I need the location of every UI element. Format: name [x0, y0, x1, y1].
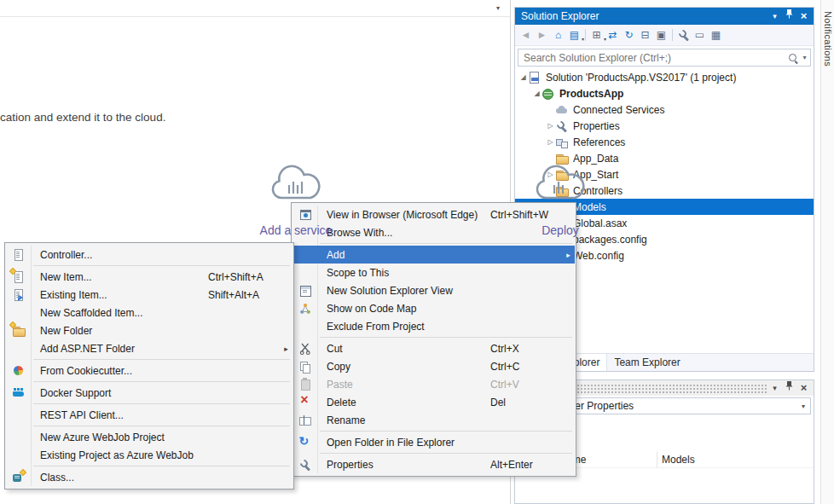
menu-item-new-azure-webjob-project[interactable]: New Azure WebJob Project: [6, 428, 292, 446]
close-icon[interactable]: ×: [796, 9, 811, 24]
search-options-caret-icon[interactable]: ▾: [799, 54, 810, 61]
tree-item-references[interactable]: ▷References: [515, 134, 814, 150]
property-value[interactable]: Models: [657, 454, 695, 466]
toolbar-separator: [672, 29, 673, 41]
menu-item-add-asp-net-folder[interactable]: Add ASP.NET Folder▸: [6, 339, 292, 357]
menu-item-new-item[interactable]: New Item...Ctrl+Shift+A: [6, 268, 292, 286]
menu-item-icon-gutter: [292, 414, 317, 427]
menu-item-shortcut: Del: [490, 397, 562, 408]
menu-item-add[interactable]: Add▸: [292, 246, 575, 264]
navigate-forward-icon[interactable]: ►: [534, 27, 550, 43]
refresh-icon[interactable]: ↻: [621, 27, 637, 43]
switch-views-icon[interactable]: ▤▾: [566, 27, 582, 43]
tree-item-label: ProductsApp: [559, 88, 623, 100]
menu-item-label: Existing Item...: [31, 289, 208, 301]
context-menu: View in Browser (Microsoft Edge)Ctrl+Shi…: [291, 202, 576, 477]
expander-collapsed-icon[interactable]: ▷: [546, 138, 555, 146]
menu-item-rest-api-client[interactable]: REST API Client...: [6, 406, 292, 424]
menu-item-copy[interactable]: CopyCtrl+C: [292, 357, 575, 375]
window-position-caret-icon[interactable]: ▾: [767, 9, 782, 24]
pin-icon[interactable]: [782, 9, 796, 24]
menu-item-label: New Item...: [31, 271, 208, 283]
menu-item-from-cookiecutter[interactable]: From Cookiecutter...: [6, 362, 292, 379]
search-icon[interactable]: [787, 52, 799, 64]
menu-item-existing-project-as-azure-webjob[interactable]: Existing Project as Azure WebJob: [6, 446, 292, 464]
menu-item-icon-gutter: [6, 364, 31, 378]
menu-item-icon-gutter: [292, 284, 317, 298]
tree-item-label: Web.config: [573, 250, 624, 262]
properties-icon[interactable]: [675, 27, 692, 43]
wrench-icon: [555, 119, 569, 133]
menu-item-icon-gutter: [292, 396, 317, 409]
menu-item-shortcut: Alt+Enter: [490, 459, 562, 471]
menu-item-label: From Cookiecutter...: [31, 365, 208, 377]
menu-item-scope-to-this[interactable]: Scope to This: [292, 264, 575, 281]
menu-separator: [33, 426, 290, 426]
tree-item-connected-services[interactable]: Connected Services: [515, 101, 814, 118]
tree-item-properties[interactable]: ▷Properties: [515, 118, 814, 134]
tree-item-label: Connected Services: [573, 104, 664, 116]
import-arrow-icon: [18, 294, 26, 301]
startpage-tile-add-a-service[interactable]: Add a service: [249, 160, 343, 237]
menu-item-label: Delete: [317, 397, 490, 408]
window-position-caret-icon[interactable]: ▾: [767, 380, 782, 396]
close-icon[interactable]: ×: [796, 380, 811, 396]
copy-icon: [298, 360, 312, 374]
menu-item-icon-gutter: [292, 436, 317, 449]
menu-item-shortcut: Ctrl+X: [490, 343, 562, 355]
menu-item-rename[interactable]: Rename: [292, 411, 575, 429]
collapse-all-icon[interactable]: ⊟: [637, 27, 653, 43]
pending-changes-filter-icon[interactable]: ⊞▾: [588, 27, 605, 43]
menu-item-docker-support[interactable]: Docker Support: [6, 384, 292, 402]
menu-item-label: New Folder: [31, 325, 208, 337]
tab-team-explorer[interactable]: Team Explorer: [607, 354, 686, 371]
menu-item-new-solution-explorer-view[interactable]: New Solution Explorer View: [292, 281, 575, 299]
class-icon: [12, 471, 26, 484]
search-input[interactable]: [518, 52, 787, 64]
menu-item-open-folder-in-file-explorer[interactable]: Open Folder in File Explorer: [292, 433, 575, 451]
show-all-files-icon[interactable]: ▣: [653, 27, 669, 43]
navigate-back-icon[interactable]: ◄: [518, 27, 534, 43]
menu-item-icon-gutter: [6, 270, 31, 284]
document-well-dropdown-caret-icon[interactable]: ▾: [496, 4, 500, 12]
sync-with-active-document-icon[interactable]: ⇄: [605, 27, 621, 43]
menu-separator: [33, 403, 290, 404]
menu-item-show-on-code-map[interactable]: Show on Code Map: [292, 299, 575, 317]
cloud-deploy-icon: [533, 160, 588, 205]
menu-item-properties[interactable]: PropertiesAlt+Enter: [292, 455, 575, 473]
expander-collapsed-icon[interactable]: ▷: [546, 122, 555, 130]
menu-item-delete[interactable]: DeleteDel: [292, 393, 575, 411]
expander-expanded-icon[interactable]: ◢: [518, 73, 528, 81]
tree-item-productsapp[interactable]: ◢ProductsApp: [515, 85, 814, 101]
menu-item-new-scaffolded-item[interactable]: New Scaffolded Item...: [6, 304, 292, 322]
menu-item-cut[interactable]: CutCtrl+X: [292, 339, 575, 357]
menu-item-icon-gutter: [292, 302, 317, 316]
menu-separator: [320, 337, 572, 338]
menu-item-icon-gutter: [6, 288, 31, 302]
sync-with-active-document-glyph: ⇄: [608, 30, 617, 40]
menu-item-new-folder[interactable]: New Folder: [6, 322, 292, 339]
menu-item-exclude-from-project[interactable]: Exclude From Project: [292, 317, 575, 335]
startpage-tile-deploy[interactable]: Deploy: [522, 160, 599, 237]
tile-label-add-a-service[interactable]: Add a service: [249, 223, 343, 237]
tile-label-deploy[interactable]: Deploy: [522, 223, 599, 237]
preview-selected-items-glyph: ▭: [695, 30, 704, 40]
home-icon[interactable]: ⌂: [550, 27, 566, 43]
menu-item-existing-item[interactable]: Existing Item...Shift+Alt+A: [6, 286, 292, 304]
pending-changes-filter-glyph: ⊞: [592, 30, 600, 40]
solution-explorer-title: Solution Explorer: [521, 10, 767, 22]
code-map-icon[interactable]: ▦: [708, 27, 724, 43]
switch-views-glyph: ▤: [570, 30, 579, 40]
notifications-tab[interactable]: Notifications: [820, 0, 834, 504]
menu-item-class[interactable]: Class...: [6, 468, 292, 486]
titlebar-grip: [573, 383, 767, 393]
new-sparkle-icon: [9, 321, 15, 327]
expander-expanded-icon[interactable]: ◢: [532, 90, 542, 97]
preview-selected-items-icon[interactable]: ▭: [692, 27, 708, 43]
combo-caret-icon[interactable]: ▾: [796, 403, 810, 410]
menu-item-controller[interactable]: Controller...: [6, 246, 292, 264]
pin-icon[interactable]: [782, 380, 796, 396]
project-icon: [542, 87, 555, 101]
menu-item-paste[interactable]: PasteCtrl+V: [292, 375, 575, 393]
tree-item-solution-productsapp-vs2017-1-project[interactable]: ◢Solution 'ProductsApp.VS2017' (1 projec…: [515, 69, 814, 85]
